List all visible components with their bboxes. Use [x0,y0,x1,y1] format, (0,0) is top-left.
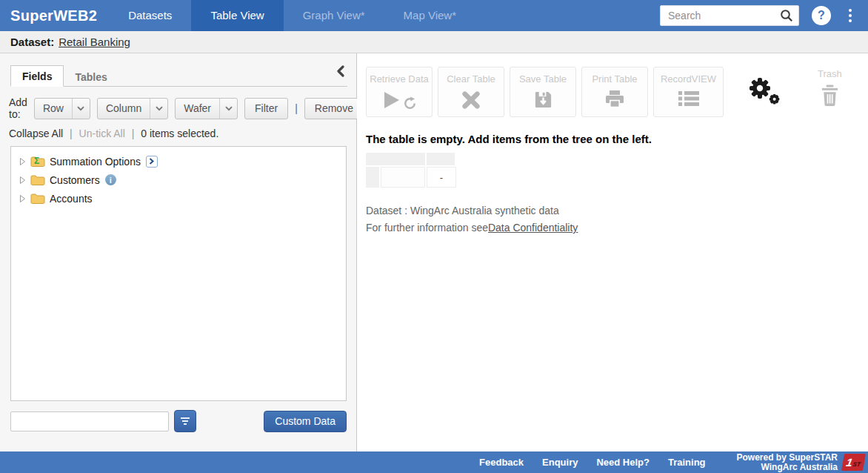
table-cell [381,167,425,188]
superstar-1st-logo: 1ST [841,454,866,471]
wafer-dropdown[interactable]: Wafer [175,98,238,119]
column-dropdown[interactable]: Column [97,98,168,119]
tree-filter-input[interactable] [10,411,169,431]
tree-item-label: Summation Options [50,156,141,168]
selection-status-row: Collapse All | Un-tick All | 0 items sel… [9,128,347,139]
nav-item-graph-view[interactable]: Graph View* [284,0,384,31]
tab-tables[interactable]: Tables [64,67,118,87]
separator: | [295,102,298,114]
tree-item-customers[interactable]: Customers i [11,171,346,189]
footer-links: Feedback Enquiry Need Help? Training [479,457,705,468]
tree-item-label: Customers [50,174,100,186]
remove-button[interactable]: Remove [304,98,364,119]
logo-st-text: ST [852,461,861,468]
row-dropdown[interactable]: Row [34,98,90,119]
save-table-button[interactable]: Save Table [510,67,576,117]
field-tree: Σ Summation Options Customers [10,146,347,401]
search-container [660,5,799,26]
feedback-link[interactable]: Feedback [479,457,524,468]
table-header-cell [427,153,455,165]
nav-item-map-view[interactable]: Map View* [384,0,475,31]
separator: | [132,128,135,139]
chevron-down-icon [150,99,167,119]
dataset-label: Dataset: [10,36,54,48]
enquiry-link[interactable]: Enquiry [542,457,578,468]
clear-table-label: Clear Table [447,73,495,85]
nav-item-table-view[interactable]: Table View [191,0,283,31]
save-table-label: Save Table [519,73,567,85]
data-confidentiality-link[interactable]: Data Confidentiality [488,222,578,234]
tree-item-accounts[interactable]: Accounts [11,189,346,208]
add-to-toolbar: Add to: Row Column Wafer [9,96,347,120]
tree-filter-row: Custom Data [10,410,347,432]
retrieve-data-button[interactable]: Retrieve Data [366,67,433,117]
print-table-button[interactable]: Print Table [581,67,648,117]
superweb2-app: SuperWEB2 Datasets Table View Graph View… [0,0,868,473]
training-link[interactable]: Training [668,457,706,468]
summation-folder-icon: Σ [30,156,45,168]
search-input[interactable] [660,5,799,26]
help-icon[interactable]: ? [812,6,831,25]
empty-table-placeholder: - [366,153,456,188]
expand-caret-icon[interactable] [17,157,27,166]
search-icon[interactable] [780,9,793,25]
recordview-label: RecordVIEW [661,73,716,85]
top-navbar: SuperWEB2 Datasets Table View Graph View… [0,0,868,31]
help-glyph: ? [818,9,825,22]
need-help-link[interactable]: Need Help? [596,457,650,468]
save-icon [533,90,553,110]
wafer-dropdown-label: Wafer [176,99,219,119]
trash-button[interactable]: Trash [818,67,842,110]
info-icon[interactable]: i [105,174,116,185]
retrieve-data-label: Retrieve Data [370,73,428,85]
add-to-label: Add to: [9,96,27,120]
nav-item-datasets[interactable]: Datasets [109,0,191,31]
table-options-gear-icon[interactable] [748,76,781,108]
recordview-button[interactable]: RecordVIEW [653,67,724,117]
table-header-cell [366,153,425,165]
empty-table-message: The table is empty. Add items from the t… [366,133,868,145]
further-info-prefix: For further information see [366,222,488,234]
collapse-panel-icon[interactable] [335,64,346,82]
printer-icon [604,90,625,109]
separator: | [70,128,73,139]
tree-item-summation-options[interactable]: Σ Summation Options [11,152,346,171]
folder-icon [30,174,45,186]
chevron-down-icon [72,99,90,119]
items-selected-count: 0 items selected. [141,128,218,139]
further-info-line: For further information seeData Confiden… [366,222,868,234]
apply-filter-button[interactable] [174,410,196,432]
dataset-bar: Dataset: Retail Banking [0,31,868,53]
table-toolbar: Retrieve Data Clear Table Save Table [366,67,868,117]
expand-caret-icon[interactable] [17,176,27,185]
column-dropdown-label: Column [98,99,150,119]
expand-caret-icon[interactable] [17,194,27,203]
tree-item-label: Accounts [50,193,93,205]
powered-line2: WingArc Australia [737,463,838,472]
app-logo: SuperWEB2 [0,7,109,24]
dataset-link[interactable]: Retail Banking [59,36,130,48]
main-area: Fields Tables Add to: Row Column [0,53,868,452]
dataset-info-text: Dataset : WingArc Australia synthetic da… [366,205,868,216]
tab-fields[interactable]: Fields [10,65,64,87]
chevron-down-icon [219,99,237,119]
table-value-cell: - [427,167,456,188]
custom-data-button[interactable]: Custom Data [264,411,347,432]
info-glyph: i [110,176,112,185]
powered-line1: Powered by SuperSTAR [737,453,838,463]
sigma-icon: Σ [34,156,39,166]
row-dropdown-label: Row [35,99,72,119]
open-summation-options-icon[interactable] [146,156,158,168]
field-selection-panel: Fields Tables Add to: Row Column [0,53,357,452]
table-view-panel: Retrieve Data Clear Table Save Table [357,53,868,452]
table-stub-cell [366,167,379,188]
filter-button[interactable]: Filter [244,98,288,119]
clear-table-button[interactable]: Clear Table [438,67,504,117]
untick-all-link[interactable]: Un-tick All [79,128,125,139]
folder-icon [30,193,45,205]
collapse-all-link[interactable]: Collapse All [9,128,63,139]
trash-label: Trash [818,68,842,79]
funnel-icon [180,417,190,426]
overflow-menu-icon[interactable] [846,6,855,25]
play-refresh-icon [381,90,417,110]
